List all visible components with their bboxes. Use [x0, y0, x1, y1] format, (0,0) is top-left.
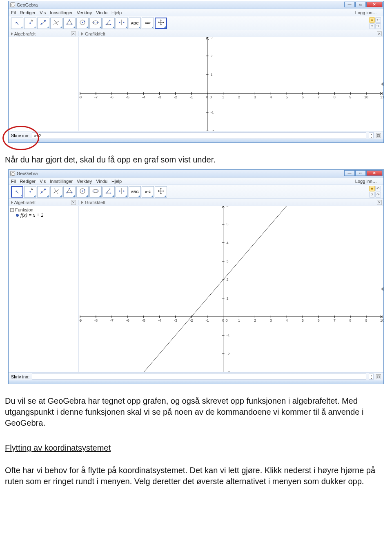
- close-graphics-icon[interactable]: ✕: [377, 31, 382, 36]
- login-link[interactable]: Logg inn…: [355, 179, 377, 184]
- tool-transform[interactable]: [116, 186, 128, 198]
- graphics-pane[interactable]: -9-8-7-6-5-4-3-2-1012345678910-3-2-11234…: [79, 206, 383, 372]
- menu-view[interactable]: Vis: [40, 179, 46, 184]
- tool-slider[interactable]: a=2: [142, 186, 154, 198]
- maximize-button[interactable]: ▭: [355, 170, 366, 176]
- svg-text:4: 4: [227, 241, 229, 245]
- undo-icon[interactable]: ↶: [375, 186, 381, 191]
- help-icon[interactable]: ?: [369, 192, 375, 198]
- tool-perp[interactable]: [50, 186, 62, 198]
- menu-window[interactable]: Vindu: [96, 10, 107, 15]
- tool-ellipse[interactable]: [89, 186, 102, 198]
- redo-icon[interactable]: ↷: [375, 192, 381, 198]
- input-extra-icon[interactable]: ⊡: [376, 133, 381, 138]
- svg-point-75: [41, 191, 42, 193]
- star-icon[interactable]: ★: [369, 17, 375, 23]
- svg-point-76: [44, 189, 46, 190]
- tool-ellipse[interactable]: [89, 18, 102, 29]
- menu-settings[interactable]: Innstillinger: [50, 10, 73, 15]
- close-graphics-icon[interactable]: ✕: [377, 200, 382, 205]
- close-algebra-icon[interactable]: ✕: [71, 200, 76, 205]
- tool-line[interactable]: [37, 186, 49, 198]
- input-extra-icon[interactable]: ⊡: [376, 374, 381, 379]
- tool-move-view[interactable]: [155, 186, 167, 198]
- menu-file[interactable]: Fil: [11, 10, 16, 15]
- star-icon[interactable]: ★: [369, 186, 375, 191]
- algebra-pane[interactable]: [9, 37, 79, 131]
- tool-polygon[interactable]: [63, 18, 76, 29]
- tool-text[interactable]: ABC: [129, 18, 141, 29]
- svg-text:-3: -3: [174, 318, 177, 322]
- tool-slider[interactable]: a=2: [142, 18, 154, 29]
- algebra-tab[interactable]: Algebrafelt ✕: [9, 200, 79, 205]
- svg-text:-9: -9: [79, 318, 82, 322]
- tool-circle[interactable]: [76, 186, 89, 198]
- toolbar: ↖ ●A ABC a=2 ★↶ ?↷: [9, 185, 383, 198]
- algebra-group[interactable]: − Funksjon: [10, 207, 77, 212]
- help-icon[interactable]: ?: [369, 23, 375, 29]
- tool-pointer[interactable]: ↖: [11, 186, 23, 198]
- tool-circle[interactable]: [76, 18, 89, 29]
- maximize-button[interactable]: ▭: [355, 2, 366, 7]
- svg-text:1: 1: [227, 296, 229, 300]
- graphics-tab[interactable]: Grafikkfelt: [79, 200, 108, 205]
- menu-window[interactable]: Vindu: [96, 179, 107, 184]
- close-algebra-icon[interactable]: ✕: [71, 31, 76, 36]
- algebra-pane[interactable]: − Funksjon f(x) = x + 2: [9, 206, 79, 372]
- close-button[interactable]: ✕: [366, 2, 383, 7]
- svg-point-2: [44, 20, 46, 22]
- bottom-strip: [9, 380, 383, 384]
- svg-point-84: [82, 191, 83, 192]
- menu-help[interactable]: Hjelp: [111, 10, 122, 15]
- menu-settings[interactable]: Innstillinger: [50, 179, 73, 184]
- menu-view[interactable]: Vis: [40, 10, 46, 15]
- side-collapse-icon[interactable]: [381, 287, 383, 291]
- menu-help[interactable]: Hjelp: [111, 179, 122, 184]
- tool-perp[interactable]: [50, 18, 62, 29]
- svg-text:5: 5: [302, 318, 304, 322]
- object-visibility-dot[interactable]: [16, 214, 19, 217]
- algebra-tab[interactable]: Algebrafelt ✕: [9, 31, 79, 36]
- tool-transform[interactable]: [116, 18, 128, 29]
- input-stepper[interactable]: ▴▾: [369, 373, 374, 380]
- graphics-pane[interactable]: -8-7-6-5-4-3-2-101234567891011-2-11230: [79, 37, 383, 131]
- side-collapse-icon[interactable]: [381, 82, 383, 86]
- input-label: Skriv inn:: [11, 133, 29, 138]
- menu-edit[interactable]: Rediger: [20, 179, 36, 184]
- minimize-button[interactable]: —: [344, 2, 355, 7]
- tool-line[interactable]: [37, 18, 49, 29]
- redo-icon[interactable]: ↷: [375, 23, 381, 29]
- tool-point[interactable]: ●A: [24, 186, 36, 198]
- menu-edit[interactable]: Rediger: [20, 10, 36, 15]
- close-button[interactable]: ✕: [366, 170, 383, 176]
- menu-file[interactable]: Fil: [11, 179, 16, 184]
- algebra-tab-label: Algebrafelt: [14, 31, 36, 36]
- tool-text[interactable]: ABC: [129, 186, 141, 198]
- minimize-button[interactable]: —: [344, 170, 355, 176]
- undo-icon[interactable]: ↶: [375, 17, 381, 23]
- svg-text:9: 9: [350, 95, 352, 99]
- login-link[interactable]: Logg inn…: [355, 10, 377, 15]
- tool-angle[interactable]: [102, 186, 115, 198]
- svg-text:2: 2: [211, 54, 213, 58]
- menu-tools[interactable]: Verktøy: [77, 179, 92, 184]
- algebra-function-row[interactable]: f(x) = x + 2: [10, 212, 77, 218]
- tool-point[interactable]: ●A: [24, 18, 36, 29]
- tool-pointer[interactable]: ↖: [11, 18, 23, 29]
- line-icon: [39, 187, 47, 196]
- svg-point-80: [69, 188, 70, 189]
- doc-paragraph-1: Når du har gjort det, skal du få opp en …: [0, 146, 392, 169]
- tool-polygon[interactable]: [63, 186, 76, 198]
- svg-point-20: [123, 22, 125, 23]
- tool-move-view[interactable]: [155, 18, 167, 29]
- command-input[interactable]: [32, 132, 366, 138]
- move-view-icon: [157, 18, 165, 28]
- menu-tools[interactable]: Verktøy: [77, 10, 92, 15]
- ellipse-icon: [91, 187, 100, 196]
- toolbar-right-icons: ★↶ ?↷: [369, 17, 381, 29]
- tool-angle[interactable]: [102, 18, 115, 29]
- tree-collapse-icon[interactable]: −: [10, 208, 14, 212]
- graphics-tab[interactable]: Grafikkfelt: [79, 31, 108, 36]
- input-stepper[interactable]: ▴▾: [369, 132, 374, 138]
- command-input[interactable]: [32, 373, 366, 380]
